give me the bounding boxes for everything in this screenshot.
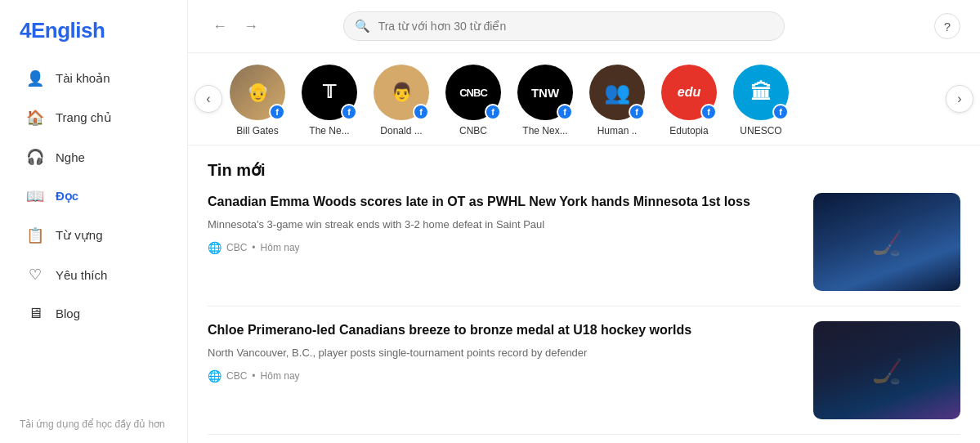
tnw-fb-badge: f (557, 104, 573, 120)
source-item-human[interactable]: 👥 f Human .. (588, 65, 646, 136)
source-item-tnw[interactable]: TNW f The Nex... (517, 65, 574, 136)
article-2-subtitle: North Vancouver, B.C., player posts sing… (208, 346, 800, 360)
doc-label: Đọc (56, 189, 78, 204)
main-content: ← → 🔍 ? ‹ 👴 f Bill Gates 𝕋 f The Ne... 👨… (188, 0, 980, 443)
sources-prev-button[interactable]: ‹ (195, 85, 222, 113)
article-2-dot: • (252, 370, 255, 382)
article-1-dot: • (252, 242, 255, 253)
news-item-article-1[interactable]: Canadian Emma Woods scores late in OT as… (208, 193, 960, 307)
source-item-donald[interactable]: 👨 f Donald ... (373, 65, 430, 136)
unesco-avatar-wrap: 🏛 f (733, 65, 789, 120)
sources-next-button[interactable]: › (946, 85, 973, 113)
article-2-source-icon: 🌐 (208, 369, 222, 383)
article-2-meta: 🌐 CBC • Hôm nay (208, 369, 800, 383)
article-2-title: Chloe Primerano-led Canadians breeze to … (208, 321, 800, 339)
article-2-content: Chloe Primerano-led Canadians breeze to … (208, 321, 800, 383)
search-input[interactable] (343, 11, 785, 41)
blog-label: Blog (56, 307, 80, 320)
unesco-label: UNESCO (740, 125, 781, 136)
human-label: Human .. (597, 125, 638, 136)
edutopia-avatar-wrap: edu f (661, 65, 717, 120)
sidebar-item-yeu-thich[interactable]: ♡ Yêu thích (7, 256, 181, 293)
doc-icon: 📖 (26, 187, 44, 205)
sidebar: 4English 👤 Tài khoản 🏠 Trang chủ 🎧 Nghe … (0, 0, 188, 443)
yeu-thich-icon: ♡ (26, 266, 44, 284)
search-icon: 🔍 (355, 19, 370, 34)
tai-khoan-icon: 👤 (26, 69, 44, 87)
article-1-meta: 🌐 CBC • Hôm nay (208, 241, 800, 254)
search-bar-container: 🔍 (343, 11, 785, 41)
blog-icon: 🖥 (26, 305, 44, 322)
nghe-icon: 🎧 (26, 148, 44, 166)
donald-fb-badge: f (413, 104, 429, 120)
source-item-edutopia[interactable]: edu f Edutopia (660, 65, 718, 136)
bill-gates-avatar-wrap: 👴 f (230, 65, 285, 120)
article-1-time: Hôm nay (261, 242, 300, 253)
bill-gates-label: Bill Gates (236, 125, 278, 136)
sidebar-item-nghe[interactable]: 🎧 Nghe (7, 138, 181, 176)
sidebar-nav: 👤 Tài khoản 🏠 Trang chủ 🎧 Nghe 📖 Đọc 📋 T… (0, 58, 187, 333)
unesco-fb-badge: f (772, 104, 789, 120)
sidebar-item-tai-khoan[interactable]: 👤 Tài khoản (7, 60, 181, 97)
back-button[interactable]: ← (208, 16, 232, 37)
yeu-thich-label: Yêu thích (56, 268, 107, 282)
cnbc-label: CNBC (459, 125, 487, 136)
tai-khoan-label: Tài khoản (56, 71, 110, 86)
edutopia-fb-badge: f (700, 104, 717, 120)
news-item-article-2[interactable]: Chloe Primerano-led Canadians breeze to … (208, 321, 960, 435)
sidebar-item-trang-chu[interactable]: 🏠 Trang chủ (7, 99, 181, 136)
sidebar-footer: Tải ứng dụng để học đầy đủ hơn (0, 405, 187, 443)
article-1-subtitle: Minnesota's 3-game win streak ends with … (208, 217, 800, 232)
new-york-times-avatar-wrap: 𝕋 f (302, 65, 357, 120)
source-item-new-york-times[interactable]: 𝕋 f The Ne... (301, 65, 358, 136)
news-list: Canadian Emma Woods scores late in OT as… (208, 193, 960, 435)
sidebar-item-doc[interactable]: 📖 Đọc (7, 177, 181, 215)
human-avatar-wrap: 👥 f (589, 65, 645, 120)
trang-chu-label: Trang chủ (56, 110, 112, 125)
cnbc-fb-badge: f (485, 104, 501, 120)
source-item-unesco[interactable]: 🏛 f UNESCO (732, 65, 790, 136)
logo[interactable]: 4English (0, 0, 187, 58)
article-2-time: Hôm nay (261, 370, 300, 382)
header: ← → 🔍 ? (188, 0, 980, 53)
tu-vung-icon: 📋 (26, 226, 44, 244)
cnbc-avatar-wrap: CNBC f (445, 65, 501, 120)
forward-button[interactable]: → (239, 16, 263, 37)
article-1-thumbnail: 🏒 (813, 193, 960, 291)
sources-row: ‹ 👴 f Bill Gates 𝕋 f The Ne... 👨 f Donal… (188, 53, 980, 145)
news-section-title: Tin mới (208, 160, 960, 180)
new-york-times-fb-badge: f (341, 104, 357, 120)
article-1-title: Canadian Emma Woods scores late in OT as… (208, 193, 800, 211)
human-fb-badge: f (629, 104, 645, 120)
tnw-label: The Nex... (522, 125, 567, 136)
article-1-source-name: CBC (226, 242, 247, 253)
sidebar-item-blog[interactable]: 🖥 Blog (7, 295, 181, 332)
source-item-cnbc[interactable]: CNBC f CNBC (445, 65, 502, 136)
donald-label: Donald ... (380, 125, 422, 136)
sidebar-item-tu-vung[interactable]: 📋 Từ vựng (7, 217, 181, 254)
article-2-source-name: CBC (226, 370, 247, 382)
nav-arrows: ← → (208, 16, 263, 37)
sources-scroll: 👴 f Bill Gates 𝕋 f The Ne... 👨 f Donald … (188, 65, 980, 136)
new-york-times-label: The Ne... (309, 125, 349, 136)
bill-gates-fb-badge: f (269, 104, 285, 120)
tu-vung-label: Từ vựng (56, 228, 103, 243)
help-button[interactable]: ? (934, 13, 960, 39)
article-2-thumbnail: 🏒 (813, 321, 960, 419)
article-1-content: Canadian Emma Woods scores late in OT as… (208, 193, 800, 254)
source-item-bill-gates[interactable]: 👴 f Bill Gates (229, 65, 286, 136)
tnw-avatar-wrap: TNW f (517, 65, 573, 120)
article-1-source-icon: 🌐 (208, 241, 222, 254)
edutopia-label: Edutopia (669, 125, 708, 136)
trang-chu-icon: 🏠 (26, 109, 44, 127)
news-section: Tin mới Canadian Emma Woods scores late … (188, 145, 980, 443)
nghe-label: Nghe (56, 150, 85, 164)
donald-avatar-wrap: 👨 f (374, 65, 429, 120)
